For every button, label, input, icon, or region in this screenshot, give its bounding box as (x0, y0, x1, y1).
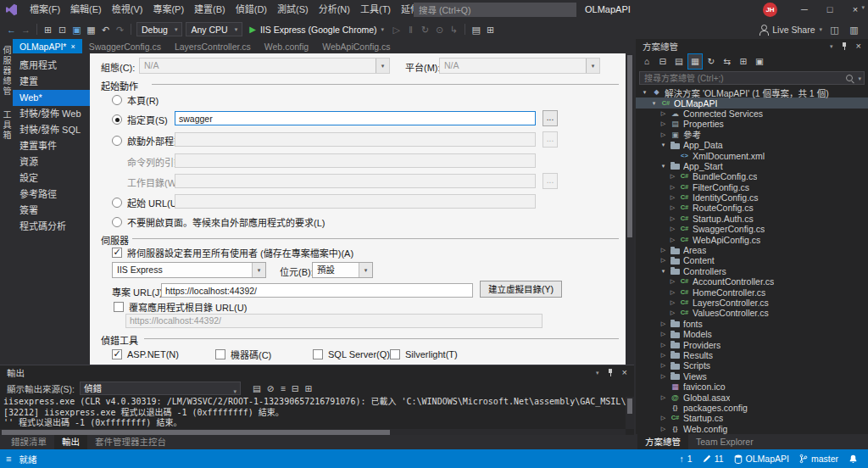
close-tab-icon[interactable]: × (70, 42, 75, 51)
maximize-button[interactable]: □ (817, 0, 843, 20)
save-icon[interactable]: ▣ (70, 20, 84, 39)
tree-item[interactable]: ▷ Web.config (636, 424, 868, 434)
expander-icon[interactable]: ▷ (659, 131, 667, 138)
property-page-item[interactable]: 設定 (13, 170, 90, 187)
open-file-icon[interactable]: ⊡ (55, 20, 70, 39)
menu-item[interactable]: 編輯(E) (65, 0, 107, 20)
bitness-select[interactable]: 預設 (312, 262, 373, 278)
solution-search-input[interactable] (639, 71, 865, 85)
property-page-item[interactable]: 建置事件 (13, 138, 90, 154)
override-app-root-checkbox[interactable] (114, 302, 124, 312)
scrollbar-thumb[interactable] (627, 398, 632, 414)
tree-item[interactable]: ▷ Connected Services (636, 109, 868, 119)
bottom-pane-tab[interactable]: 錯誤清單 (3, 435, 54, 449)
property-page-item[interactable]: 參考路徑 (13, 187, 90, 203)
tree-item[interactable]: ▷ Scripts (636, 360, 868, 370)
debugger-checkbox-item[interactable]: SQL Server(Q) (313, 348, 390, 361)
document-tab[interactable]: Web.config (258, 39, 315, 53)
expander-icon[interactable]: ▷ (659, 331, 667, 337)
pin-icon[interactable] (607, 368, 615, 377)
live-share-button[interactable]: Live Share (758, 25, 822, 35)
output-log[interactable]: iisexpress.exe (CLR v4.0.30319: /LM/W3SV… (0, 397, 626, 429)
close-panel-icon[interactable] (856, 42, 861, 51)
output-vertical-scrollbar[interactable] (626, 397, 634, 429)
expander-icon[interactable]: ▷ (669, 309, 676, 316)
solution-bottom-tab[interactable]: 方案總管 (637, 434, 688, 449)
current-page-radio[interactable] (112, 95, 122, 105)
properties-icon[interactable]: ▤ (672, 54, 686, 69)
property-page-item[interactable]: 封裝/發佈 Web (13, 106, 90, 122)
menu-item[interactable]: 分析(N) (314, 0, 355, 20)
side-tool-tab[interactable]: 工具箱 (0, 110, 13, 141)
expander-icon[interactable]: ▷ (659, 415, 667, 421)
expander-icon[interactable]: ▷ (669, 226, 676, 232)
property-page-item[interactable]: 資源 (13, 154, 90, 170)
chevron-down-icon[interactable] (858, 75, 861, 82)
expander-icon[interactable]: ▷ (669, 204, 676, 211)
menu-item[interactable]: 檢視(V) (107, 0, 148, 20)
browse-page-button[interactable]: ... (542, 110, 558, 126)
expander-icon[interactable]: ▷ (659, 320, 667, 327)
document-list-chevron-icon[interactable] (861, 4, 865, 11)
tree-item[interactable]: ▷ Global.asax (636, 392, 868, 402)
expander-icon[interactable]: ▷ (669, 194, 676, 201)
expander-icon[interactable]: ▷ (669, 278, 676, 285)
new-project-icon[interactable]: ⊞ (41, 20, 55, 39)
start-without-debugging-icon[interactable]: ▷ (389, 20, 403, 39)
messages-icon[interactable]: ▤ (253, 383, 261, 393)
tree-item[interactable]: ▷ BundleConfig.cs (636, 171, 868, 181)
show-all-files-icon[interactable]: ▦ (688, 54, 702, 69)
tree-item[interactable]: ▷ 參考 (636, 130, 868, 140)
start-debugging-button[interactable]: ▶ IIS Express (Google Chrome) (244, 25, 389, 35)
expander-icon[interactable]: ▾ (659, 142, 667, 148)
menu-item[interactable]: 偵錯(D) (231, 0, 272, 20)
tree-item[interactable]: ▾ OLMapAPI (636, 98, 868, 108)
restart-icon[interactable]: ↻ (418, 20, 432, 39)
search-icon[interactable] (845, 74, 854, 83)
clear-all-icon[interactable]: ⊘ (267, 383, 275, 393)
step-over-icon[interactable]: ↳ (447, 20, 461, 39)
undo-icon[interactable]: ↶ (98, 20, 113, 39)
tree-item[interactable]: ▷ Providers (636, 339, 868, 349)
document-tab[interactable]: LayersController.cs (168, 39, 258, 53)
configuration-select[interactable]: N/A (139, 58, 390, 74)
notifications-button[interactable] (849, 454, 858, 465)
break-all-icon[interactable]: ‖ (403, 20, 418, 39)
tree-item[interactable]: ▷ SwaggerConfig.cs (636, 224, 868, 234)
tree-item[interactable]: ▷ LayersController.cs (636, 298, 868, 308)
expander-icon[interactable]: ▷ (669, 173, 676, 180)
menu-item[interactable]: 測試(S) (272, 0, 314, 20)
expander-icon[interactable]: ▷ (659, 247, 667, 254)
document-tab[interactable]: WebApiConfig.cs (315, 39, 397, 53)
solution-bottom-tab[interactable]: Team Explorer (688, 434, 761, 449)
collapse-icon[interactable]: ⊟ (292, 383, 299, 393)
window-layout-icon[interactable]: ◫ (827, 20, 842, 39)
tree-item[interactable]: ▷ Models (636, 329, 868, 339)
tree-item[interactable]: ▷ Content (636, 255, 868, 265)
specific-page-input[interactable] (175, 111, 536, 125)
expander-icon[interactable]: ▷ (659, 120, 667, 127)
tree-item[interactable]: packages.config (636, 403, 868, 413)
expander-icon[interactable]: ▷ (659, 362, 667, 369)
dont-open-page-radio[interactable] (112, 217, 122, 227)
quick-search-input[interactable] (414, 3, 576, 17)
expander-icon[interactable]: ▷ (669, 289, 676, 296)
expander-icon[interactable]: ▷ (659, 352, 667, 359)
tree-item[interactable]: ▷ Properties (636, 119, 868, 129)
filter-icon[interactable]: ▣ (753, 54, 766, 69)
menu-item[interactable]: 檔案(F) (25, 0, 65, 20)
breakpoint-icon[interactable]: ⊙ (432, 20, 447, 39)
expander-icon[interactable]: ▾ (641, 89, 648, 96)
debugger-checkbox-item[interactable]: 機器碼(C) (215, 348, 313, 361)
property-page-item[interactable]: 封裝/發佈 SQL (13, 122, 90, 138)
property-page-item[interactable]: 建置 (13, 74, 90, 90)
bottom-pane-tab[interactable]: 輸出 (54, 435, 87, 449)
collapse-all-icon[interactable]: ⊟ (656, 54, 670, 69)
tree-item[interactable]: ▾ Controllers (636, 266, 868, 276)
commits-ahead-indicator[interactable]: ↑ 1 (680, 454, 693, 464)
tree-item[interactable]: ▷ Startup.cs (636, 413, 868, 423)
tree-item[interactable]: ▷ Views (636, 371, 868, 382)
tree-item[interactable]: ▷ IdentityConfig.cs (636, 192, 868, 203)
tree-item[interactable]: ▷ ValuesController.cs (636, 308, 868, 318)
properties-scrollbar[interactable] (626, 53, 634, 365)
